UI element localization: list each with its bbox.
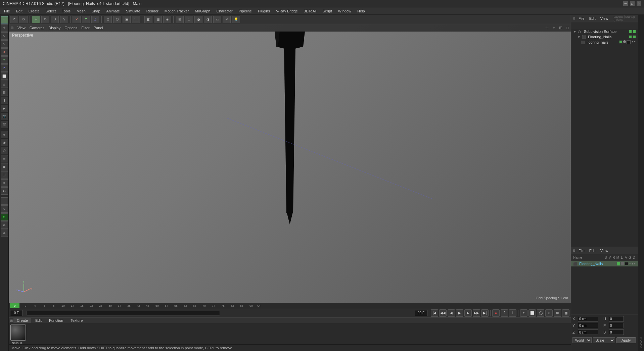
obj-menu-view[interactable]: View <box>599 16 610 21</box>
vp-btn-z2[interactable]: Z <box>91 16 99 23</box>
vp-btn-rotate2[interactable]: ↺ <box>51 16 59 23</box>
tool-obj8[interactable]: ◐ <box>1 187 8 195</box>
menu-select[interactable]: Select <box>43 8 59 14</box>
obj-menu-file[interactable]: File <box>577 16 586 21</box>
vp-menu-display[interactable]: Display <box>48 26 60 30</box>
tool-render1[interactable]: ▶ <box>1 105 8 112</box>
tc-btn-f[interactable]: ▦ <box>562 309 569 317</box>
tool-mode2[interactable]: △ <box>1 81 8 88</box>
apply-button[interactable]: Apply <box>616 337 636 343</box>
obj-check-5[interactable] <box>619 40 623 44</box>
vp-menu-view[interactable]: View <box>17 26 26 30</box>
tool-obj5[interactable]: ▣ <box>1 163 8 170</box>
obj-item-flooring-nails-bottom[interactable]: ⬛ Flooring_Nails ✦✦✦ <box>571 261 638 266</box>
obj-check-1[interactable] <box>629 30 632 33</box>
vp-btn-polys[interactable]: ▣ <box>123 16 131 23</box>
vp-btn-render-obj[interactable]: ◈ <box>163 16 171 23</box>
check-tex[interactable] <box>625 262 628 265</box>
vp-btn-scale2[interactable]: ⟳ <box>41 16 49 23</box>
tool-mode3[interactable]: ▦ <box>1 89 8 96</box>
menu-3dtoall[interactable]: 3DToAll <box>301 8 319 14</box>
tab-function[interactable]: Function <box>46 318 66 323</box>
menu-vray[interactable]: V-Ray Bridge <box>273 8 301 14</box>
coord-mode-dropdown[interactable]: Scale Position Rotation <box>593 337 615 343</box>
vp-btn-floor[interactable]: ▭ <box>213 16 221 23</box>
tool-z[interactable]: Z <box>1 64 8 72</box>
menu-mesh[interactable]: Mesh <box>74 8 88 14</box>
menu-file[interactable]: File <box>1 8 13 14</box>
tc-btn-c[interactable]: ◯ <box>537 309 544 317</box>
tool-mode1[interactable]: ⬜ <box>1 72 8 80</box>
menu-character[interactable]: Character <box>214 8 235 14</box>
vp-btn-light[interactable]: 💡 <box>232 16 240 23</box>
obj-bot-menu-view[interactable]: View <box>599 248 610 253</box>
vp-btn-shading2[interactable]: ◑ <box>204 16 212 23</box>
obj-check-2[interactable] <box>633 30 636 33</box>
vp-btn-uv[interactable]: ⬛ <box>132 16 140 23</box>
close-button[interactable]: ✕ <box>637 1 641 6</box>
tool-render2[interactable]: 📷 <box>1 113 8 120</box>
tool-y[interactable]: Y <box>1 56 8 64</box>
menu-snap[interactable]: Snap <box>89 8 103 14</box>
menu-edit[interactable]: Edit <box>13 8 25 14</box>
vp-menu-options[interactable]: Options <box>64 26 77 30</box>
tool-select[interactable]: ✛ <box>1 24 8 32</box>
playback-mode[interactable]: ? <box>501 309 508 317</box>
tool-obj4[interactable]: ▭ <box>1 155 8 162</box>
menu-mograph[interactable]: MoGraph <box>192 8 213 14</box>
tool-snap2[interactable]: ∿ <box>1 205 8 213</box>
tab-texture[interactable]: Texture <box>67 318 86 323</box>
tool-obj2[interactable]: ◉ <box>1 139 8 146</box>
vp-btn-undo[interactable]: ↺ <box>10 16 18 23</box>
vp-btn-grid[interactable]: ⊞ <box>176 16 184 23</box>
vp-btn-render-region[interactable]: ◧ <box>144 16 152 23</box>
coord-y-input[interactable] <box>578 323 598 328</box>
play-next-key[interactable]: ▶▶ <box>473 309 480 317</box>
tab-edit[interactable]: Edit <box>32 318 45 323</box>
check-pad[interactable] <box>621 262 624 265</box>
coord-x-input[interactable] <box>578 316 598 321</box>
frame-slider[interactable] <box>26 311 220 315</box>
coord-system-dropdown[interactable]: World Local Object <box>572 337 592 343</box>
tool-obj7[interactable]: ≡ <box>1 179 8 187</box>
tool-obj1[interactable]: ◈ <box>1 131 8 138</box>
tool-snap5[interactable]: ⊗ <box>1 230 8 237</box>
tool-snap1[interactable]: ~ <box>1 197 8 205</box>
vp-btn-redo[interactable]: ↻ <box>19 16 28 23</box>
play-prev-key[interactable]: ◀◀ <box>439 309 447 317</box>
vp-btn-sky[interactable]: ☀ <box>223 16 231 23</box>
menu-pipeline[interactable]: Pipeline <box>236 8 255 14</box>
maximize-button[interactable]: □ <box>630 1 635 6</box>
playback-info[interactable]: i <box>509 309 516 317</box>
tool-scale[interactable]: ⤡ <box>1 40 8 48</box>
coord-z-input[interactable] <box>578 330 598 335</box>
obj-tex-slot[interactable] <box>627 40 631 44</box>
menu-create[interactable]: Create <box>26 8 42 14</box>
vp-btn-y2[interactable]: Y <box>82 16 90 23</box>
vp-btn-shading[interactable]: ◕ <box>194 16 202 23</box>
play-play[interactable]: ▶ <box>456 309 463 317</box>
vp-btn-move[interactable]: ✛ <box>32 16 40 23</box>
tc-btn-d[interactable]: ⊕ <box>545 309 553 317</box>
obj-menu-edit[interactable]: Edit <box>588 16 597 21</box>
vp-btn-render-vp[interactable]: ▦ <box>154 16 162 23</box>
tc-btn-e[interactable]: ⊞ <box>554 309 561 317</box>
menu-help[interactable]: Help <box>355 8 368 14</box>
menu-motion-tracker[interactable]: Motion Tracker <box>162 8 192 14</box>
menu-simulate[interactable]: Simulate <box>123 8 143 14</box>
obj-flooring-nails[interactable]: ▼ ⬛ Flooring_Nails <box>571 34 638 40</box>
current-frame-input[interactable] <box>10 310 23 316</box>
obj-bot-menu-file[interactable]: File <box>577 248 586 253</box>
vp-btn-obj-tool[interactable]: ⤡ <box>60 16 68 23</box>
tool-obj6[interactable]: ◱ <box>1 171 8 179</box>
coord-h-input[interactable] <box>609 316 624 321</box>
play-prev[interactable]: ◀ <box>448 309 455 317</box>
play-end[interactable]: ▶| <box>481 309 489 317</box>
menu-plugins[interactable]: Plugins <box>255 8 273 14</box>
obj-check-3[interactable] <box>629 35 632 39</box>
vp-menu-panel[interactable]: Panel <box>94 26 103 30</box>
tool-mode4[interactable]: ⧫ <box>1 97 8 104</box>
playback-red[interactable]: ● <box>492 309 500 317</box>
vp-menu-cameras[interactable]: Cameras <box>30 26 45 30</box>
viewport[interactable]: ⊞ View Cameras Display Options Filter Pa… <box>9 24 571 303</box>
